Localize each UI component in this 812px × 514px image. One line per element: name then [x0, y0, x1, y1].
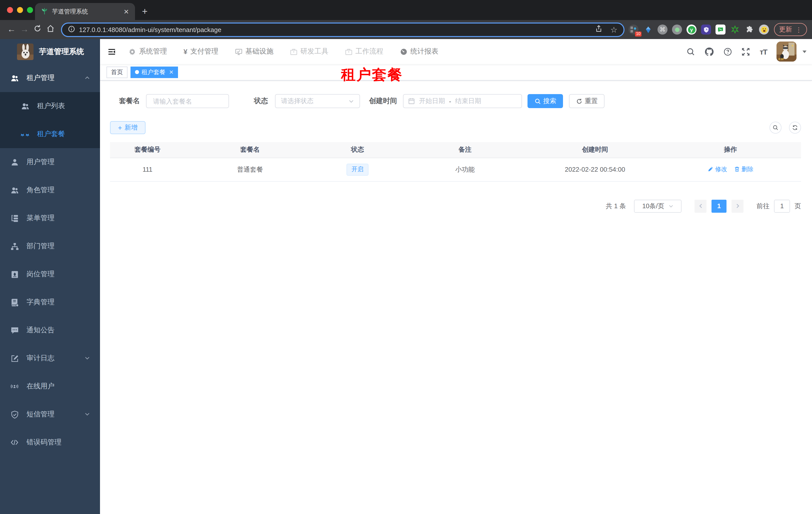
sidebar-submenu-tenant: 租户列表 租户套餐	[0, 92, 100, 148]
sidebar-item-sms-management[interactable]: 短信管理	[0, 400, 100, 428]
extension-star-icon[interactable]	[730, 25, 740, 34]
share-icon[interactable]	[595, 25, 602, 34]
extensions-puzzle-icon[interactable]	[745, 25, 754, 34]
sidebar-item-label: 菜单管理	[27, 214, 55, 223]
font-size-icon[interactable]: ᴛT	[760, 47, 767, 56]
sidebar-item-notice[interactable]: 通知公告	[0, 316, 100, 344]
table-row[interactable]: 111 普通套餐 开启 小功能 2022-02-22 00:54:00 修改	[110, 158, 801, 181]
sidebar-logo[interactable]: 芋道管理系统	[0, 39, 100, 64]
chevron-down-icon	[668, 204, 673, 209]
address-bar[interactable]: 127.0.0.1:48080/admin-ui/system/tenant/p…	[61, 22, 625, 37]
sidebar-item-online-users[interactable]: 在线用户	[0, 372, 100, 400]
sidebar-collapse-icon[interactable]	[100, 47, 123, 56]
url-text[interactable]: 127.0.0.1:48080/admin-ui/system/tenant/p…	[79, 26, 222, 33]
zoom-window-button[interactable]	[27, 7, 33, 13]
fullscreen-icon[interactable]	[742, 47, 750, 56]
prev-page-button[interactable]	[695, 199, 706, 213]
plus-icon: +	[118, 124, 122, 131]
reload-icon[interactable]	[31, 24, 44, 35]
col-actions: 操作	[660, 142, 801, 158]
sidebar-item-errorcode-management[interactable]: 错误码管理	[0, 428, 100, 456]
start-date-placeholder[interactable]: 开始日期	[419, 97, 445, 106]
sidebar-item-audit-log[interactable]: 审计日志	[0, 344, 100, 372]
bookmark-star-icon[interactable]: ☆	[610, 25, 617, 34]
top-menu-system[interactable]: 系统管理	[128, 47, 167, 56]
goto-page-input[interactable]	[774, 199, 790, 213]
header-search-icon[interactable]	[687, 47, 695, 56]
browser-update-button[interactable]: 更新 ⋮	[774, 23, 807, 36]
search-button[interactable]: 搜索	[527, 94, 563, 108]
profile-avatar-icon[interactable]	[759, 25, 769, 34]
page-size-select[interactable]: 10条/页	[634, 199, 682, 213]
home-icon[interactable]	[44, 24, 57, 35]
users-icon	[10, 186, 19, 194]
trash-icon	[734, 166, 740, 172]
sidebar-item-tenant-list[interactable]: 租户列表	[0, 92, 100, 120]
tag-close-icon[interactable]: ✕	[169, 69, 174, 75]
col-package-id: 套餐编号	[110, 142, 185, 158]
caret-down-icon[interactable]	[802, 47, 807, 56]
next-page-button[interactable]	[731, 199, 744, 213]
top-menu-infra[interactable]: 基础设施	[235, 47, 273, 56]
kebab-menu-icon[interactable]: ⋮	[795, 26, 802, 33]
reset-button[interactable]: 重置	[569, 94, 605, 108]
new-tab-button[interactable]: +	[142, 6, 147, 17]
status-label: 状态	[254, 97, 268, 106]
user-avatar[interactable]: 0:30❀	[777, 42, 796, 61]
extension-shield-icon[interactable]	[701, 25, 711, 34]
date-range-picker[interactable]: 开始日期 - 结束日期	[403, 94, 522, 108]
sidebar-menu: 租户管理 租户列表	[0, 64, 100, 456]
refresh-table-icon[interactable]	[789, 121, 801, 134]
forward-icon[interactable]: →	[18, 25, 31, 34]
current-page-button[interactable]: 1	[712, 199, 726, 213]
top-menu-payment[interactable]: ¥ 支付管理	[183, 47, 219, 56]
cell-package-id: 111	[110, 158, 185, 181]
shield-check-icon	[10, 410, 19, 418]
edit-link[interactable]: 修改	[707, 165, 727, 174]
delete-link[interactable]: 删除	[734, 165, 754, 174]
github-icon[interactable]	[705, 47, 714, 56]
search-form: 套餐名 状态 请选择状态 创建时间 开始日期 - 结束日期	[119, 94, 801, 108]
top-menu: 系统管理 ¥ 支付管理 基础设施	[128, 47, 438, 56]
site-info-icon[interactable]	[68, 25, 75, 34]
browser-tab[interactable]: 芋道管理系统 ✕	[35, 3, 135, 20]
show-search-toggle-icon[interactable]	[770, 121, 782, 134]
top-menu-report[interactable]: 统计报表	[400, 47, 438, 56]
sidebar-item-tenant-package[interactable]: 租户套餐	[0, 120, 100, 148]
users-icon	[21, 102, 29, 110]
top-menu-devtools[interactable]: 研发工具	[290, 47, 328, 56]
tag-home[interactable]: 首页	[107, 66, 127, 78]
extension-chat-icon[interactable]	[716, 25, 725, 34]
sidebar-item-label: 字典管理	[27, 298, 55, 307]
sidebar-item-dept-management[interactable]: 部门管理	[0, 232, 100, 260]
top-menu-workflow[interactable]: 工作流程	[345, 47, 383, 56]
end-date-placeholder[interactable]: 结束日期	[455, 97, 481, 106]
top-menu-label: 支付管理	[191, 47, 219, 56]
package-name-input[interactable]	[146, 94, 229, 108]
sidebar-item-tenant-management[interactable]: 租户管理	[0, 64, 100, 92]
help-icon[interactable]	[724, 47, 732, 56]
extension-y-icon[interactable]: y	[687, 25, 696, 34]
status-badge: 开启	[347, 163, 369, 175]
status-select[interactable]: 请选择状态	[275, 94, 360, 108]
close-window-button[interactable]	[7, 7, 13, 13]
page-content: 套餐名 状态 请选择状态 创建时间 开始日期 - 结束日期	[100, 81, 812, 514]
cell-status: 开启	[315, 158, 400, 181]
back-icon[interactable]: ←	[5, 25, 18, 34]
sidebar-item-post-management[interactable]: 岗位管理	[0, 260, 100, 288]
briefcase-icon	[290, 48, 297, 55]
extension-tabs-icon[interactable]: 10	[629, 25, 638, 34]
sidebar-item-user-management[interactable]: 用户管理	[0, 148, 100, 176]
sidebar-item-menu-management[interactable]: 菜单管理	[0, 204, 100, 232]
sidebar-item-role-management[interactable]: 角色管理	[0, 176, 100, 204]
add-button[interactable]: + 新增	[110, 121, 145, 134]
extension-gem-icon[interactable]	[643, 25, 653, 34]
extension-command-icon[interactable]: ⌘	[658, 25, 667, 34]
extension-record-icon[interactable]	[672, 25, 682, 34]
tag-tenant-package[interactable]: 租户套餐 ✕	[130, 66, 178, 78]
package-name-input-field[interactable]	[152, 97, 223, 105]
search-button-label: 搜索	[543, 97, 556, 106]
minimize-window-button[interactable]	[17, 7, 23, 13]
sidebar-item-dict-management[interactable]: 字典管理	[0, 288, 100, 316]
tab-close-icon[interactable]: ✕	[123, 8, 129, 15]
